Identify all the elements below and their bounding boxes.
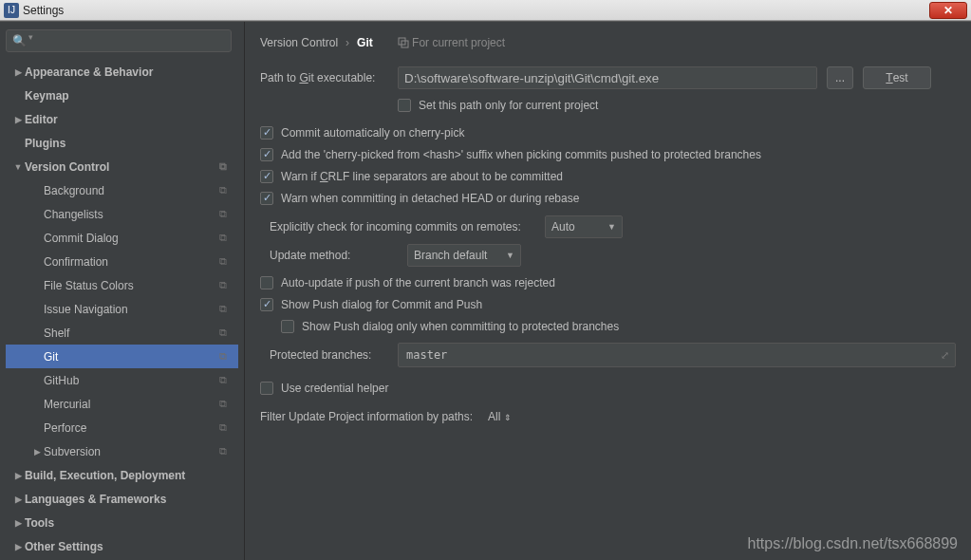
warn-crlf-checkbox[interactable] — [260, 170, 273, 183]
sidebar-item-label: Version Control — [25, 160, 219, 174]
warn-detached-checkbox[interactable] — [260, 192, 273, 205]
path-label: Path to Git executable: — [260, 71, 398, 84]
sidebar-item-label: Confirmation — [44, 255, 219, 269]
sidebar-item-issue-navigation[interactable]: Issue Navigation⧉ — [6, 297, 238, 321]
breadcrumb: Version Control › Git For current projec… — [260, 31, 956, 54]
breadcrumb-root[interactable]: Version Control — [260, 36, 338, 49]
sort-icon: ⇕ — [504, 413, 512, 422]
sidebar-item-version-control[interactable]: ▼Version Control⧉ — [6, 155, 238, 178]
tree-arrow-icon: ▶ — [11, 542, 25, 551]
sidebar-item-perforce[interactable]: Perforce⧉ — [6, 416, 238, 439]
copy-icon: ⧉ — [219, 255, 233, 268]
sidebar-item-label: Plugins — [25, 137, 219, 150]
copy-icon: ⧉ — [219, 160, 233, 173]
sidebar-item-mercurial[interactable]: Mercurial⧉ — [6, 392, 238, 416]
sidebar-item-confirmation[interactable]: Confirmation⧉ — [6, 250, 238, 273]
explicit-check-label: Explicitly check for incoming commits on… — [260, 220, 545, 233]
tree-arrow-icon: ▼ — [11, 162, 25, 172]
test-button[interactable]: Test — [863, 66, 931, 89]
copy-icon: ⧉ — [219, 303, 233, 315]
warn-detached-label: Warn when committing in detached HEAD or… — [281, 192, 579, 205]
window-title: Settings — [23, 4, 64, 17]
tree-arrow-icon: ▶ — [11, 471, 25, 480]
sidebar-item-github[interactable]: GitHub⧉ — [6, 368, 238, 392]
copy-icon: ⧉ — [219, 208, 233, 220]
sidebar-item-plugins[interactable]: Plugins⧉ — [6, 131, 238, 155]
protected-branches-input[interactable]: master ⤢ — [398, 343, 956, 367]
sidebar-item-label: Perforce — [44, 421, 219, 435]
chevron-right-icon: › — [345, 36, 349, 49]
copy-icon: ⧉ — [219, 374, 233, 386]
browse-button[interactable]: ... — [827, 66, 853, 89]
set-path-project-label: Set this path only for current project — [419, 99, 598, 112]
sidebar-item-label: Build, Execution, Deployment — [25, 469, 219, 482]
settings-tree: ▶Appearance & Behavior⧉Keymap⧉▶Editor⧉Pl… — [6, 60, 238, 558]
chevron-down-icon: ▼ — [607, 222, 616, 232]
use-credential-checkbox[interactable] — [260, 382, 273, 395]
sidebar-item-label: Issue Navigation — [44, 303, 219, 316]
sidebar-item-label: Languages & Frameworks — [25, 493, 219, 506]
sidebar-item-editor[interactable]: ▶Editor⧉ — [6, 107, 238, 131]
copy-icon: ⧉ — [219, 421, 233, 434]
copy-icon: ⧉ — [219, 327, 233, 339]
warn-crlf-label: Warn if CRLF line separators are about t… — [281, 170, 563, 183]
sidebar-item-changelists[interactable]: Changelists⧉ — [6, 202, 238, 226]
cherry-suffix-checkbox[interactable] — [260, 148, 273, 161]
set-path-project-checkbox[interactable] — [398, 99, 411, 112]
copy-icon: ⧉ — [219, 184, 233, 196]
sidebar-item-tools[interactable]: ▶Tools⧉ — [6, 511, 238, 534]
sidebar: 🔍 ▾ ▶Appearance & Behavior⧉Keymap⧉▶Edito… — [0, 22, 245, 560]
sidebar-item-keymap[interactable]: Keymap⧉ — [6, 84, 238, 107]
sidebar-item-other-settings[interactable]: ▶Other Settings⧉ — [6, 534, 238, 558]
sidebar-item-label: Mercurial — [44, 398, 219, 411]
copy-icon: ⧉ — [219, 398, 233, 410]
sidebar-item-label: Shelf — [44, 327, 219, 340]
git-path-input[interactable] — [398, 66, 817, 89]
sidebar-item-commit-dialog[interactable]: Commit Dialog⧉ — [6, 226, 238, 250]
tree-arrow-icon: ▶ — [11, 518, 25, 528]
sidebar-item-appearance-behavior[interactable]: ▶Appearance & Behavior⧉ — [6, 60, 238, 84]
sidebar-item-shelf[interactable]: Shelf⧉ — [6, 321, 238, 345]
commit-cherry-label: Commit automatically on cherry-pick — [281, 126, 464, 140]
sidebar-item-label: Commit Dialog — [44, 232, 219, 245]
for-current-project: For current project — [398, 36, 505, 49]
show-push-checkbox[interactable] — [260, 298, 273, 311]
explicit-check-select[interactable]: Auto ▼ — [545, 215, 623, 238]
sidebar-item-label: Tools — [25, 516, 219, 530]
sidebar-item-label: Editor — [25, 113, 219, 126]
breadcrumb-leaf: Git — [357, 36, 373, 49]
sidebar-item-label: Appearance & Behavior — [25, 65, 219, 79]
use-credential-label: Use credential helper — [281, 382, 388, 395]
commit-cherry-checkbox[interactable] — [260, 126, 273, 140]
sidebar-item-label: Subversion — [44, 445, 219, 458]
expand-icon[interactable]: ⤢ — [941, 349, 949, 362]
update-method-label: Update method: — [260, 249, 407, 262]
copy-icon: ⧉ — [219, 232, 233, 244]
close-button[interactable]: ✕ — [929, 2, 967, 19]
show-push-protected-label: Show Push dialog only when committing to… — [302, 320, 619, 333]
filter-paths-value[interactable]: All ⇕ — [488, 410, 512, 423]
sidebar-item-background[interactable]: Background⧉ — [6, 178, 238, 202]
copy-icon — [398, 37, 409, 48]
tree-arrow-icon: ▶ — [11, 115, 25, 124]
update-method-select[interactable]: Branch default ▼ — [407, 244, 521, 267]
cherry-suffix-label: Add the 'cherry-picked from <hash>' suff… — [281, 148, 761, 161]
show-push-protected-checkbox[interactable] — [281, 320, 294, 333]
auto-update-checkbox[interactable] — [260, 276, 273, 289]
sidebar-item-subversion[interactable]: ▶Subversion⧉ — [6, 439, 238, 463]
sidebar-item-label: File Status Colors — [44, 279, 219, 292]
auto-update-label: Auto-update if push of the current branc… — [281, 276, 555, 289]
sidebar-item-languages-frameworks[interactable]: ▶Languages & Frameworks⧉ — [6, 487, 238, 511]
title-bar: IJ Settings ✕ — [0, 0, 971, 21]
sidebar-item-git[interactable]: Git⧉ — [6, 345, 238, 368]
sidebar-item-label: Changelists — [44, 208, 219, 221]
sidebar-item-build-execution-deployment[interactable]: ▶Build, Execution, Deployment⧉ — [6, 463, 238, 487]
watermark: https://blog.csdn.net/tsx668899 — [748, 535, 958, 552]
search-icon: 🔍 — [12, 34, 27, 47]
search-input[interactable]: 🔍 ▾ — [6, 29, 232, 52]
sidebar-item-label: Background — [44, 184, 219, 197]
sidebar-item-label: Other Settings — [25, 540, 219, 553]
sidebar-item-file-status-colors[interactable]: File Status Colors⧉ — [6, 273, 238, 297]
main-panel: Version Control › Git For current projec… — [245, 22, 971, 560]
sidebar-item-label: GitHub — [44, 374, 219, 387]
